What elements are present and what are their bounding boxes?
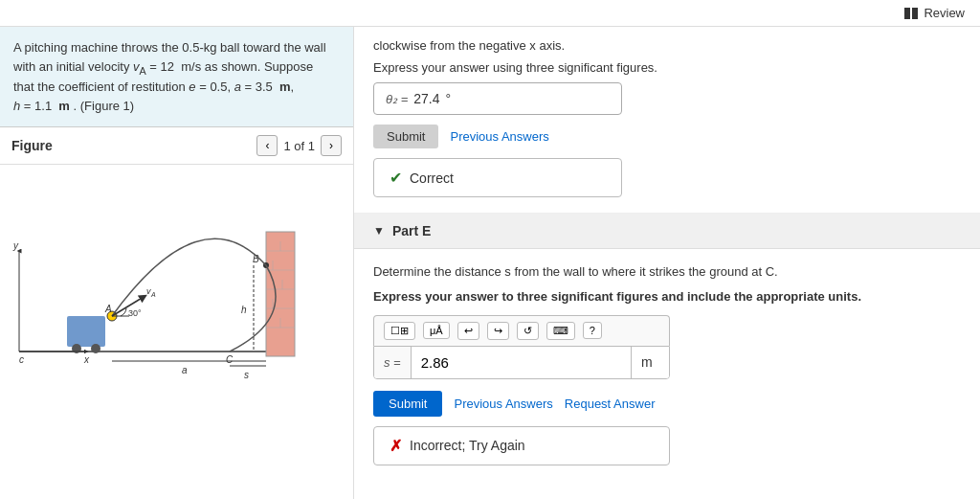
correct-check-icon: ✔ xyxy=(390,169,402,187)
toolbar-help-button[interactable]: ? xyxy=(583,322,602,339)
part-e-header: ▼ Part E xyxy=(354,214,980,249)
review-label: Review xyxy=(924,6,965,20)
part-e-description: Determine the distance s from the wall t… xyxy=(373,262,961,282)
toolbar-symbol-button[interactable]: μÅ xyxy=(423,322,450,339)
express-label: Express your answer using three signific… xyxy=(373,60,961,75)
incorrect-box: ✗ Incorrect; Try Again xyxy=(373,426,670,465)
svg-text:h: h xyxy=(241,305,247,315)
svg-text:A: A xyxy=(150,291,156,298)
toolbar-refresh-button[interactable]: ↺ xyxy=(517,322,539,340)
matrix-icon: ☐⊞ xyxy=(390,325,409,337)
theta-answer-box: θ₂ = 27.4 ° xyxy=(373,82,622,115)
part-e-prev-answers-link[interactable]: Previous Answers xyxy=(454,397,552,411)
figure-section: Figure ‹ 1 of 1 › xyxy=(0,127,353,499)
s-unit: m xyxy=(631,347,669,378)
theta-submit-row: Submit Previous Answers xyxy=(373,125,961,148)
toolbar-matrix-button[interactable]: ☐⊞ xyxy=(384,322,415,340)
svg-text:a: a xyxy=(182,365,188,375)
svg-text:y: y xyxy=(12,240,19,251)
svg-rect-12 xyxy=(67,316,105,347)
svg-point-14 xyxy=(91,344,100,353)
correct-text: Correct xyxy=(410,170,454,186)
left-panel: A pitching machine throws the 0.5-kg bal… xyxy=(0,27,354,499)
prev-figure-button[interactable]: ‹ xyxy=(256,135,278,156)
part-e-submit-button[interactable]: Submit xyxy=(373,391,442,417)
figure-nav: ‹ 1 of 1 › xyxy=(256,135,342,156)
svg-text:x: x xyxy=(83,354,90,365)
theta-answer-section: clockwise from the negative x axis. Expr… xyxy=(354,27,980,214)
keyboard-icon: ⌨ xyxy=(553,325,568,337)
theta-value: 27.4 xyxy=(413,91,439,106)
part-e-submit-row: Submit Previous Answers Request Answer xyxy=(373,391,961,417)
incorrect-x-icon: ✗ xyxy=(390,437,402,455)
review-button[interactable]: Review xyxy=(904,6,965,20)
svg-text:A: A xyxy=(104,304,112,314)
figure-canvas: A B v A xyxy=(0,165,353,499)
s-input[interactable] xyxy=(412,347,631,378)
right-panel: clockwise from the negative x axis. Expr… xyxy=(354,27,980,499)
part-e-content: Determine the distance s from the wall t… xyxy=(354,249,980,479)
next-figure-button[interactable]: › xyxy=(321,135,342,156)
request-answer-link[interactable]: Request Answer xyxy=(565,397,656,411)
clockwise-note: clockwise from the negative x axis. xyxy=(373,38,961,53)
s-eq-label: s = xyxy=(374,347,412,378)
toolbar-undo-button[interactable]: ↩ xyxy=(457,322,479,340)
problem-text: A pitching machine throws the 0.5-kg bal… xyxy=(0,27,353,127)
svg-text:s: s xyxy=(244,370,249,380)
redo-icon: ↪ xyxy=(494,325,502,337)
refresh-icon: ↺ xyxy=(523,325,532,337)
main-content: A pitching machine throws the 0.5-kg bal… xyxy=(0,27,980,499)
theta-prev-answers-link[interactable]: Previous Answers xyxy=(450,129,548,144)
s-input-row: s = m xyxy=(373,346,670,379)
help-icon: ? xyxy=(590,325,595,336)
theta-eq-label: θ₂ = xyxy=(386,92,408,106)
svg-text:c: c xyxy=(19,354,24,365)
incorrect-text: Incorrect; Try Again xyxy=(410,438,525,453)
review-icon xyxy=(904,8,920,19)
svg-text:C: C xyxy=(226,354,234,365)
undo-icon: ↩ xyxy=(464,325,473,337)
toolbar-keyboard-button[interactable]: ⌨ xyxy=(546,322,575,340)
part-e-express: Express your answer to three significant… xyxy=(373,289,961,304)
theta-submit-button[interactable]: Submit xyxy=(373,125,438,148)
svg-text:30°: 30° xyxy=(128,308,142,318)
part-e-label: Part E xyxy=(392,223,431,238)
input-toolbar: ☐⊞ μÅ ↩ ↪ ↺ ⌨ ? xyxy=(373,315,670,346)
figure-counter: 1 of 1 xyxy=(283,139,315,153)
part-e-arrow[interactable]: ▼ xyxy=(373,224,385,238)
symbol-icon: μÅ xyxy=(430,325,443,336)
figure-svg: A B v A xyxy=(10,174,335,385)
figure-header: Figure ‹ 1 of 1 › xyxy=(0,127,353,165)
figure-title: Figure xyxy=(11,138,53,153)
top-bar: Review xyxy=(0,0,980,27)
toolbar-redo-button[interactable]: ↪ xyxy=(487,322,509,340)
correct-box: ✔ Correct xyxy=(373,158,622,197)
theta-unit: ° xyxy=(446,91,452,106)
